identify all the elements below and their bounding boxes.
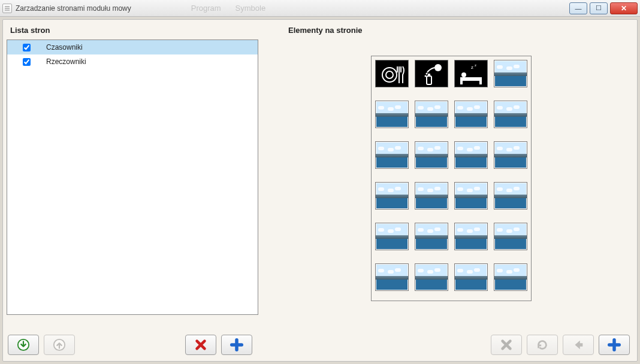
client-area: Lista stron CzasownikiRzeczowniki Elemen… (2, 19, 638, 362)
ghost-menu-item: Program (191, 4, 221, 13)
element-tile[interactable] (454, 141, 488, 169)
page-label: Czasowniki (46, 43, 83, 51)
back-button[interactable] (563, 335, 594, 355)
element-tile[interactable] (454, 263, 488, 291)
elements-box (371, 56, 532, 301)
close-button[interactable]: ✕ (610, 2, 638, 14)
move-down-button[interactable] (8, 335, 39, 355)
element-tile[interactable] (415, 101, 448, 128)
elements-title: Elementy na stronie (285, 23, 632, 40)
element-tile[interactable] (494, 182, 527, 210)
minimize-button[interactable]: — (569, 2, 587, 14)
add-element-button[interactable] (599, 335, 630, 355)
element-tile[interactable] (494, 101, 527, 128)
element-tile[interactable] (375, 141, 409, 169)
element-tile[interactable] (494, 223, 527, 250)
elements-panel: Elementy na stronie (285, 23, 632, 40)
page-list-row[interactable]: Rzeczowniki (7, 54, 258, 69)
element-tile[interactable] (454, 101, 488, 128)
element-tile[interactable] (375, 263, 409, 291)
title-bar: Zarzadzanie stronami modułu mowy Program… (0, 0, 640, 17)
page-list-row[interactable]: Czasowniki (7, 40, 258, 54)
element-tile[interactable] (415, 223, 448, 250)
app-icon (2, 4, 12, 13)
delete-page-button[interactable] (185, 335, 216, 355)
element-tile[interactable] (454, 60, 488, 87)
refresh-button[interactable] (527, 335, 558, 355)
element-tile[interactable] (375, 101, 409, 128)
pages-title: Lista stron (7, 23, 258, 40)
element-tile[interactable] (415, 182, 448, 210)
element-tile[interactable] (415, 141, 448, 169)
page-visible-checkbox[interactable] (23, 44, 31, 51)
element-tile[interactable] (415, 60, 448, 87)
element-tile[interactable] (494, 60, 527, 87)
element-tile[interactable] (415, 263, 448, 291)
maximize-button[interactable]: ☐ (590, 2, 608, 14)
pages-list[interactable]: CzasownikiRzeczowniki (7, 40, 258, 315)
elements-grid (375, 60, 527, 297)
element-tile[interactable] (454, 223, 488, 250)
move-up-button[interactable] (44, 335, 75, 355)
ghost-menu-item: Symbole (236, 4, 266, 13)
element-tile[interactable] (375, 182, 409, 210)
delete-element-button[interactable] (491, 335, 522, 355)
element-tile[interactable] (494, 141, 527, 169)
window-title: Zarzadzanie stronami modułu mowy (16, 4, 131, 13)
page-label: Rzeczowniki (46, 57, 86, 66)
element-tile[interactable] (454, 182, 488, 210)
pages-panel: Lista stron CzasownikiRzeczowniki (7, 23, 258, 315)
add-page-button[interactable] (221, 335, 252, 355)
element-tile[interactable] (375, 60, 409, 87)
element-tile[interactable] (494, 263, 527, 291)
background-menu: Program Symbole (191, 4, 265, 13)
page-visible-checkbox[interactable] (23, 58, 31, 66)
svg-rect-2 (579, 343, 582, 347)
element-tile[interactable] (375, 223, 409, 250)
